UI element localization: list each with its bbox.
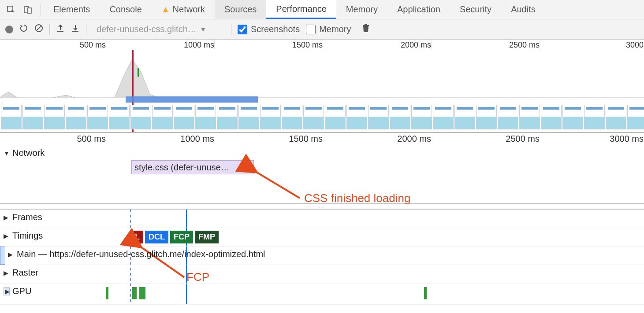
tab-network[interactable]: ▲Network <box>152 0 215 19</box>
save-profile-button[interactable] <box>71 24 80 35</box>
profile-selector-label: defer-unused-css.glitch… <box>97 24 197 34</box>
timings-track[interactable]: ▶ Timings L DCL FCP FMP <box>0 228 644 247</box>
timing-badge-load[interactable]: L <box>131 231 143 243</box>
profile-selector[interactable]: defer-unused-css.glitch… ▼ <box>93 22 225 37</box>
screenshot-thumb[interactable] <box>195 105 216 129</box>
tab-application[interactable]: Application <box>387 0 450 19</box>
selection-range[interactable] <box>126 96 258 103</box>
timings-track-header[interactable]: ▶ Timings <box>0 228 46 243</box>
screenshot-thumb[interactable] <box>584 105 605 129</box>
screenshot-thumb[interactable] <box>66 105 86 129</box>
tab-network-label: Network <box>173 4 205 15</box>
disclosure-triangle-icon[interactable]: ▶ <box>4 214 10 221</box>
gpu-track[interactable]: ▶ GPU <box>0 284 644 305</box>
screenshot-thumb[interactable] <box>368 105 389 129</box>
disclosure-triangle-icon[interactable]: ▶ <box>4 287 10 295</box>
inspect-icon[interactable] <box>4 3 18 16</box>
reload-button[interactable] <box>19 24 28 35</box>
disclosure-triangle-icon[interactable]: ▼ <box>4 150 10 157</box>
screenshots-checkbox-input[interactable] <box>238 25 247 34</box>
screenshot-thumb[interactable] <box>498 105 518 129</box>
frames-track-header[interactable]: ▶ Frames <box>0 210 46 225</box>
screenshots-checkbox[interactable]: Screenshots <box>238 24 300 34</box>
ruler-tick: 500 ms <box>80 41 106 50</box>
screenshot-thumb[interactable] <box>541 105 562 129</box>
network-track-header[interactable]: ▼ Network <box>0 145 48 161</box>
screenshot-thumb[interactable] <box>217 105 238 129</box>
screenshot-thumb[interactable] <box>627 105 644 129</box>
ruler-tick: 2000 ms <box>401 41 431 50</box>
clear-button[interactable] <box>34 24 43 35</box>
performance-toolbar: defer-unused-css.glitch… ▼ Screenshots M… <box>0 19 644 40</box>
screenshot-thumb[interactable] <box>303 105 324 129</box>
tab-memory[interactable]: Memory <box>336 0 387 19</box>
details-ruler[interactable]: 500 ms 1000 ms 1500 ms 2000 ms 2500 ms 3… <box>0 133 644 145</box>
resize-handle[interactable] <box>0 203 644 210</box>
screenshot-thumb[interactable] <box>22 105 43 129</box>
screenshot-thumb[interactable] <box>1 105 22 129</box>
screenshot-thumb[interactable] <box>476 105 497 129</box>
tab-performance[interactable]: Performance <box>266 0 336 19</box>
tracks-panel: ▼ Network style.css (defer-unuse… ▶ Fram… <box>0 145 644 305</box>
network-track[interactable]: ▼ Network style.css (defer-unuse… <box>0 145 644 203</box>
frames-track[interactable]: ▶ Frames <box>0 210 644 228</box>
network-request-bar[interactable]: style.css (defer-unuse… <box>131 160 254 174</box>
screenshot-thumb[interactable] <box>519 105 540 129</box>
timings-track-label: Timings <box>12 231 43 241</box>
fcp-overview-marker <box>138 68 139 77</box>
frames-track-label: Frames <box>12 212 42 222</box>
disclosure-triangle-icon[interactable]: ▶ <box>8 251 14 258</box>
screenshot-thumb[interactable] <box>87 105 108 129</box>
main-track-header[interactable]: ▶ Main — https://defer-unused-css.glitch… <box>0 247 269 262</box>
screenshot-thumb[interactable] <box>152 105 173 129</box>
overview-panel[interactable] <box>0 50 644 133</box>
device-toggle-icon[interactable] <box>21 3 34 16</box>
screenshot-thumb[interactable] <box>282 105 302 129</box>
ruler-tick: 1500 ms <box>292 41 323 50</box>
load-profile-button[interactable] <box>56 24 65 35</box>
screenshot-thumb[interactable] <box>174 105 194 129</box>
collect-garbage-button[interactable] <box>361 23 370 35</box>
screenshot-thumb[interactable] <box>390 105 410 129</box>
screenshot-thumb[interactable] <box>260 105 281 129</box>
record-button[interactable] <box>5 26 13 33</box>
ruler-tick: 3000 <box>626 41 644 50</box>
timing-badge-fcp[interactable]: FCP <box>170 231 193 243</box>
raster-track-header[interactable]: ▶ Raster <box>0 265 42 280</box>
screenshot-thumb[interactable] <box>44 105 65 129</box>
screenshot-thumb[interactable] <box>411 105 432 129</box>
tab-console[interactable]: Console <box>100 0 151 19</box>
toolbar-separator-2 <box>86 24 86 35</box>
screenshot-thumb[interactable] <box>130 105 151 129</box>
screenshot-thumb[interactable] <box>606 105 626 129</box>
screenshot-thumb[interactable] <box>454 105 475 129</box>
disclosure-triangle-icon[interactable]: ▶ <box>4 232 10 239</box>
main-track[interactable]: ▶ Main — https://defer-unused-css.glitch… <box>0 247 644 265</box>
flamechart-region: ▶ Frames ▶ Timings L DCL FCP FMP ▶ <box>0 210 644 305</box>
timing-badge-dcl[interactable]: DCL <box>145 231 168 243</box>
gpu-track-header[interactable]: ▶ GPU <box>0 284 35 299</box>
screenshot-thumb[interactable] <box>325 105 346 129</box>
ruler-tick: 1000 ms <box>180 134 214 144</box>
disclosure-triangle-icon[interactable]: ▶ <box>4 269 10 276</box>
ruler-tick: 2000 ms <box>397 134 431 144</box>
raster-track[interactable]: ▶ Raster <box>0 265 644 284</box>
devtools-tabs: Elements Console ▲Network Sources Perfor… <box>0 0 644 19</box>
network-request-label: style.css (defer-unuse… <box>134 162 230 173</box>
ruler-tick: 1500 ms <box>289 134 323 144</box>
screenshot-thumb[interactable] <box>109 105 130 129</box>
tab-sources[interactable]: Sources <box>215 0 266 19</box>
screenshot-thumb[interactable] <box>238 105 259 129</box>
timing-badge-fmp[interactable]: FMP <box>195 231 219 243</box>
tab-security[interactable]: Security <box>450 0 501 19</box>
memory-checkbox[interactable]: Memory <box>306 24 351 34</box>
tab-audits[interactable]: Audits <box>501 0 545 19</box>
overview-ruler[interactable]: 500 ms 1000 ms 1500 ms 2000 ms 2500 ms 3… <box>0 40 644 50</box>
tab-elements[interactable]: Elements <box>44 0 100 19</box>
toolbar-separator-3 <box>231 24 231 35</box>
memory-checkbox-input[interactable] <box>306 25 316 34</box>
screenshot-thumb[interactable] <box>562 105 583 129</box>
warning-icon: ▲ <box>161 4 170 15</box>
screenshot-thumb[interactable] <box>346 105 367 129</box>
screenshot-thumb[interactable] <box>433 105 454 129</box>
